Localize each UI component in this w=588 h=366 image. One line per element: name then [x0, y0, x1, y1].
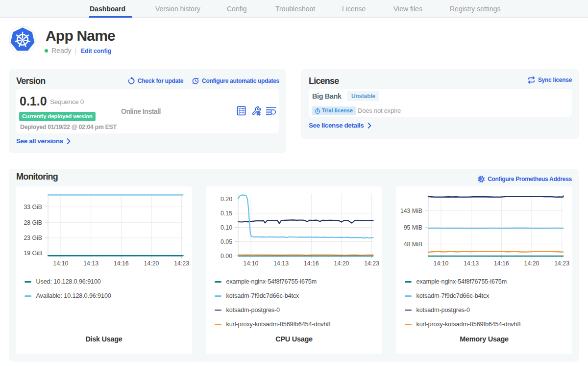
svg-text:0.20: 0.20: [220, 196, 232, 203]
svg-text:95 MiB: 95 MiB: [404, 224, 422, 231]
svg-text:14:23: 14:23: [554, 260, 569, 267]
svg-text:23 GiB: 23 GiB: [24, 235, 42, 241]
svg-text:143 MiB: 143 MiB: [400, 208, 422, 214]
svg-text:14:23: 14:23: [364, 260, 379, 267]
svg-text:14:16: 14:16: [304, 260, 319, 267]
svg-text:14:16: 14:16: [114, 260, 129, 267]
svg-text:14:20: 14:20: [334, 260, 349, 267]
svg-text:14:10: 14:10: [53, 260, 69, 267]
svg-text:14:13: 14:13: [464, 260, 479, 267]
svg-text:14:20: 14:20: [524, 260, 539, 267]
svg-text:0.15: 0.15: [220, 210, 232, 217]
svg-text:28 GiB: 28 GiB: [24, 219, 42, 226]
svg-text:14:23: 14:23: [174, 260, 189, 267]
svg-text:0.10: 0.10: [220, 224, 232, 231]
svg-text:19 GiB: 19 GiB: [24, 250, 42, 257]
svg-text:33 GiB: 33 GiB: [24, 204, 42, 210]
svg-text:48 MiB: 48 MiB: [404, 241, 422, 248]
svg-text:14:16: 14:16: [494, 260, 509, 267]
svg-text:14:20: 14:20: [144, 260, 159, 267]
svg-text:14:13: 14:13: [83, 260, 98, 267]
svg-text:0.00: 0.00: [220, 253, 232, 260]
svg-text:14:10: 14:10: [244, 260, 259, 267]
svg-text:14:10: 14:10: [434, 260, 449, 267]
svg-text:0.05: 0.05: [220, 238, 232, 245]
svg-text:14:13: 14:13: [273, 260, 289, 267]
